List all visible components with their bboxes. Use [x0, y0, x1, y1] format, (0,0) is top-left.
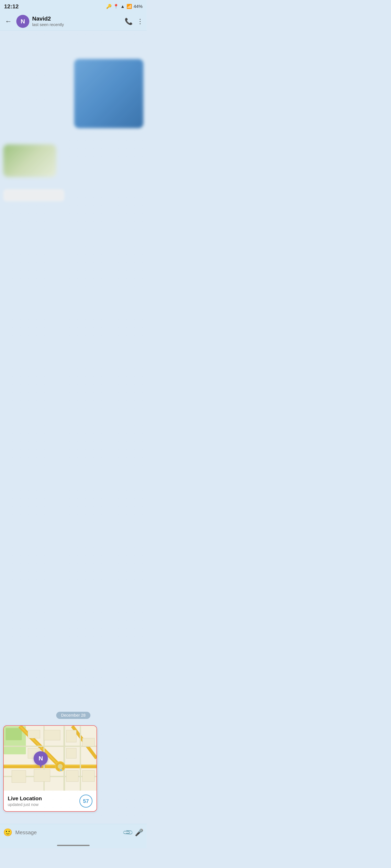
home-indicator: [0, 843, 147, 848]
location-info: Live Location updated just now 57: [4, 791, 96, 811]
map-svg: [4, 726, 96, 791]
svg-rect-17: [66, 748, 76, 758]
emoji-button[interactable]: 🙂: [3, 828, 12, 837]
svg-rect-20: [34, 770, 50, 781]
svg-rect-14: [44, 730, 60, 740]
home-bar: [57, 845, 90, 846]
location-title: Live Location: [8, 795, 42, 802]
chat-body: December 28: [0, 31, 147, 824]
location-card[interactable]: N Live Location updated just now 57: [3, 725, 97, 812]
svg-rect-18: [82, 738, 94, 746]
contact-name: Navid2: [32, 16, 122, 22]
map-pin: N: [34, 751, 48, 766]
status-time: 12:12: [4, 3, 19, 10]
battery-indicator: 44%: [134, 4, 143, 9]
map-area[interactable]: N: [4, 726, 96, 791]
location-card-wrapper[interactable]: N Live Location updated just now 57: [3, 725, 97, 812]
blurred-bubble-right: [74, 59, 143, 128]
svg-rect-2: [6, 728, 22, 740]
blurred-text-bubble: [3, 189, 64, 202]
svg-rect-19: [12, 770, 26, 782]
svg-rect-22: [82, 770, 94, 781]
more-options-button[interactable]: ⋮: [137, 18, 143, 25]
location-icon: 📍: [113, 4, 119, 9]
call-button[interactable]: 📞: [124, 18, 133, 25]
contact-status: last seen recently: [32, 22, 122, 27]
bottom-bar: 🙂 📎 🎤: [0, 824, 147, 843]
toolbar: ← N Navid2 last seen recently 📞 ⋮: [0, 12, 147, 31]
message-input[interactable]: [15, 826, 120, 839]
location-badge[interactable]: 57: [79, 795, 92, 808]
location-text-block: Live Location updated just now: [8, 795, 42, 807]
signal-icon: 📶: [127, 4, 132, 9]
location-subtitle: updated just now: [8, 802, 42, 807]
toolbar-actions: 📞 ⋮: [124, 18, 143, 25]
wifi-icon: ▲: [120, 4, 125, 9]
status-icons: 🔑 📍 ▲ 📶 44%: [106, 4, 143, 9]
key-icon: 🔑: [106, 4, 112, 9]
date-separator: December 28: [3, 712, 143, 719]
map-pin-initial: N: [39, 755, 43, 762]
blurred-messages: [3, 35, 143, 705]
back-button[interactable]: ←: [3, 17, 13, 26]
blurred-bubble-left: [3, 145, 56, 177]
date-label: December 28: [56, 712, 90, 719]
svg-rect-13: [28, 730, 40, 738]
contact-avatar[interactable]: N: [16, 15, 29, 28]
contact-info: Navid2 last seen recently: [32, 16, 122, 27]
svg-point-25: [60, 769, 62, 771]
attach-button[interactable]: 📎: [122, 827, 134, 838]
svg-rect-15: [66, 730, 76, 742]
svg-rect-21: [66, 770, 78, 781]
svg-point-24: [58, 764, 63, 769]
mic-button[interactable]: 🎤: [135, 828, 143, 836]
status-bar: 12:12 🔑 📍 ▲ 📶 44%: [0, 0, 147, 12]
